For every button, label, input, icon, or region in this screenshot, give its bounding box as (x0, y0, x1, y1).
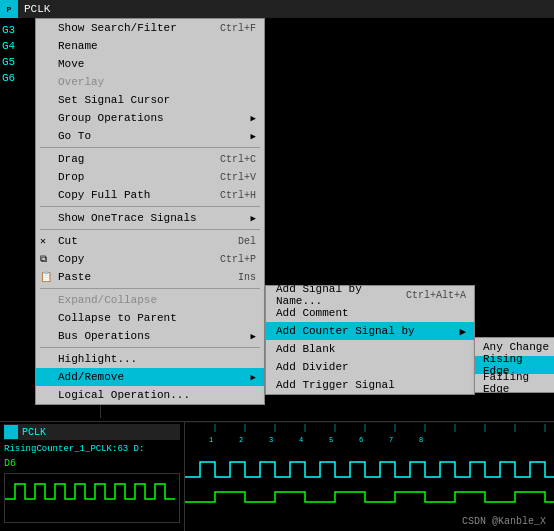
menu-bar: P PCLK (0, 0, 554, 18)
separator (40, 229, 260, 230)
menu-logical-operation[interactable]: Logical Operation... (36, 386, 264, 404)
submenu-add-trigger-signal[interactable]: Add Trigger Signal (266, 376, 474, 394)
svg-text:2: 2 (239, 436, 243, 444)
svg-text:6: 6 (359, 436, 363, 444)
submenu-add-comment[interactable]: Add Comment (266, 304, 474, 322)
submenu-add-counter-signal[interactable]: Add Counter Signal by ▶ (266, 322, 474, 340)
menu-copy-full-path[interactable]: Copy Full Path Ctrl+H (36, 186, 264, 204)
svg-text:3: 3 (269, 436, 273, 444)
paste-icon: 📋 (40, 271, 52, 283)
bottom-waveform-svg: 1 2 3 4 5 6 7 8 (185, 422, 554, 531)
menu-add-remove[interactable]: Add/Remove ▶ (36, 368, 264, 386)
menu-highlight[interactable]: Highlight... (36, 350, 264, 368)
menu-drop[interactable]: Drop Ctrl+V (36, 168, 264, 186)
submenu-add-remove: Add Signal by Name... Ctrl+Alt+A Add Com… (265, 285, 475, 395)
bottom-panel-icon (4, 425, 18, 439)
bottom-signal-panel: PCLK RisingCounter_1_PCLK:63 D: D6 (0, 422, 185, 531)
menu-rename[interactable]: Rename (36, 37, 264, 55)
separator (40, 206, 260, 207)
svg-text:7: 7 (389, 436, 393, 444)
app-title: PCLK (18, 3, 56, 15)
svg-text:4: 4 (299, 436, 303, 444)
menu-cut[interactable]: ✕ Cut Del (36, 232, 264, 250)
bottom-panel: PCLK RisingCounter_1_PCLK:63 D: D6 (0, 421, 554, 531)
bottom-signal-row: RisingCounter_1_PCLK:63 D: (4, 442, 180, 456)
menu-copy[interactable]: ⧉ Copy Ctrl+P (36, 250, 264, 268)
menu-group-operations[interactable]: Group Operations ▶ (36, 109, 264, 127)
bottom-panel-title: PCLK (22, 427, 46, 438)
mini-waveform-svg (5, 474, 179, 522)
menu-set-signal-cursor[interactable]: Set Signal Cursor (36, 91, 264, 109)
cut-icon: ✕ (40, 235, 46, 247)
submenu-arrow: ▶ (251, 131, 256, 142)
menu-overlay: Overlay (36, 73, 264, 91)
bottom-signal-name: RisingCounter_1_PCLK:63 D: (4, 444, 180, 454)
watermark: CSDN @Kanble_X (462, 516, 546, 527)
separator (40, 288, 260, 289)
bottom-mini-waveform (4, 473, 180, 523)
submenu-arrow: ▶ (251, 213, 256, 224)
submenu-falling-edge[interactable]: Falling Edge (475, 374, 554, 392)
menu-show-onetrace[interactable]: Show OneTrace Signals ▶ (36, 209, 264, 227)
menu-go-to[interactable]: Go To ▶ (36, 127, 264, 145)
app-icon: P (0, 0, 18, 18)
bottom-waveform-area: 1 2 3 4 5 6 7 8 (185, 422, 554, 531)
menu-move[interactable]: Move (36, 55, 264, 73)
menu-bus-operations[interactable]: Bus Operations ▶ (36, 327, 264, 345)
menu-expand-collapse: Expand/Collapse (36, 291, 264, 309)
svg-text:1: 1 (209, 436, 213, 444)
separator (40, 147, 260, 148)
context-menu: Show Search/Filter Ctrl+F Rename Move Ov… (35, 18, 265, 405)
submenu-arrow: ▶ (251, 113, 256, 124)
submenu-counter-type: Any Change Rising Edge Falling Edge (474, 337, 554, 393)
separator (40, 347, 260, 348)
bottom-value: D6 (4, 458, 16, 469)
submenu-arrow: ▶ (459, 325, 466, 338)
submenu-add-divider[interactable]: Add Divider (266, 358, 474, 376)
svg-text:8: 8 (419, 436, 423, 444)
submenu-arrow: ▶ (251, 372, 256, 383)
menu-drag[interactable]: Drag Ctrl+C (36, 150, 264, 168)
copy-icon: ⧉ (40, 254, 47, 265)
menu-show-search[interactable]: Show Search/Filter Ctrl+F (36, 19, 264, 37)
submenu-add-signal-by-name[interactable]: Add Signal by Name... Ctrl+Alt+A (266, 286, 474, 304)
menu-paste[interactable]: 📋 Paste Ins (36, 268, 264, 286)
menu-collapse-to-parent[interactable]: Collapse to Parent (36, 309, 264, 327)
submenu-arrow: ▶ (251, 331, 256, 342)
submenu-add-blank[interactable]: Add Blank (266, 340, 474, 358)
bottom-panel-header: PCLK (4, 424, 180, 440)
svg-text:5: 5 (329, 436, 333, 444)
